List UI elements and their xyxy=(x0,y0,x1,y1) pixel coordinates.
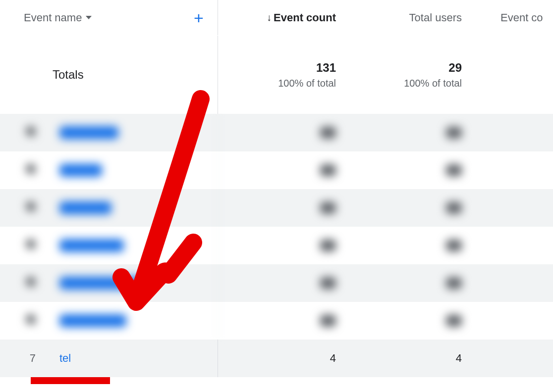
sort-descending-icon: ↓ xyxy=(267,12,272,23)
annotation-underline xyxy=(31,377,110,384)
row-total-users: 16 xyxy=(344,264,470,302)
plus-icon: + xyxy=(194,9,204,26)
totals-row: Totals 131 100% of total 29 100% of tota… xyxy=(0,36,553,114)
row-event-count: 5 xyxy=(218,302,344,340)
event-name-link[interactable]: user_engagement xyxy=(59,277,147,290)
table-row: 3 page_view 29 29 xyxy=(0,189,553,227)
row-event-count: 4 xyxy=(218,340,344,377)
row-number: 3 xyxy=(24,201,36,214)
row-total-users: 4 xyxy=(344,340,470,377)
totals-pct: 100% of total xyxy=(278,78,336,89)
metric-label: Event count xyxy=(274,11,336,24)
table-row: 5 user_engagement 16 16 xyxy=(0,264,553,302)
row-event-count: 29 xyxy=(218,189,344,227)
dimension-header-cell: Event name + xyxy=(0,0,218,35)
chevron-down-icon xyxy=(86,16,92,19)
row-dimension-cell: 6 file_download xyxy=(0,302,218,340)
row-event-count: 38 xyxy=(218,114,344,151)
event-name-link[interactable]: page_view xyxy=(59,201,111,214)
row-dimension-cell: 1 scroll_depth xyxy=(0,114,218,151)
metric-label: Event co xyxy=(500,11,543,24)
row-event-count: 16 xyxy=(218,264,344,302)
row-total-users: 29 xyxy=(344,151,470,189)
add-dimension-button[interactable]: + xyxy=(191,10,207,26)
event-name-link[interactable]: first_visit xyxy=(59,164,102,177)
row-total-users: 5 xyxy=(344,302,470,340)
table-row: 1 scroll_depth 38 19 xyxy=(0,114,553,151)
row-dimension-cell: 2 first_visit xyxy=(0,151,218,189)
row-number: 4 xyxy=(24,239,36,252)
row-dimension-cell: 4 session_start xyxy=(0,227,218,264)
metric-header-total-users[interactable]: Total users xyxy=(344,0,470,35)
event-name-link[interactable]: tel xyxy=(59,352,71,365)
event-name-link[interactable]: session_start xyxy=(59,239,124,252)
row-number: 1 xyxy=(24,126,36,139)
totals-label: Totals xyxy=(53,68,84,82)
dimension-selector[interactable]: Event name xyxy=(24,11,92,24)
totals-value: 131 xyxy=(316,61,336,75)
totals-pct: 100% of total xyxy=(404,78,462,89)
row-number: 2 xyxy=(24,164,36,177)
row-number: 5 xyxy=(24,277,36,290)
totals-total-users: 29 100% of total xyxy=(344,61,470,89)
table-row: 2 first_visit 29 29 xyxy=(0,151,553,189)
table-header-row: Event name + ↓ Event count Total users E… xyxy=(0,0,553,36)
row-event-count: 27 xyxy=(218,227,344,264)
row-dimension-cell: 3 page_view xyxy=(0,189,218,227)
dimension-label: Event name xyxy=(24,11,82,24)
table-row: 7 tel 4 4 xyxy=(0,340,553,377)
metric-label: Total users xyxy=(409,11,462,24)
row-dimension-cell: 5 user_engagement xyxy=(0,264,218,302)
metric-header-event-count[interactable]: ↓ Event count xyxy=(218,0,344,35)
row-dimension-cell: 7 tel xyxy=(0,340,218,377)
table-row: 4 session_start 27 27 xyxy=(0,227,553,264)
event-name-link[interactable]: file_download xyxy=(59,314,126,327)
events-table: Event name + ↓ Event count Total users E… xyxy=(0,0,553,377)
row-number: 7 xyxy=(24,352,36,365)
row-event-count: 29 xyxy=(218,151,344,189)
totals-label-cell: Totals xyxy=(0,36,218,114)
metric-header-partial[interactable]: Event co xyxy=(470,0,553,35)
row-total-users: 19 xyxy=(344,114,470,151)
totals-value: 29 xyxy=(448,61,462,75)
row-total-users: 27 xyxy=(344,227,470,264)
row-total-users: 29 xyxy=(344,189,470,227)
table-row: 6 file_download 5 5 xyxy=(0,302,553,340)
totals-event-count: 131 100% of total xyxy=(218,61,344,89)
event-name-link[interactable]: scroll_depth xyxy=(59,126,118,139)
row-number: 6 xyxy=(24,314,36,327)
